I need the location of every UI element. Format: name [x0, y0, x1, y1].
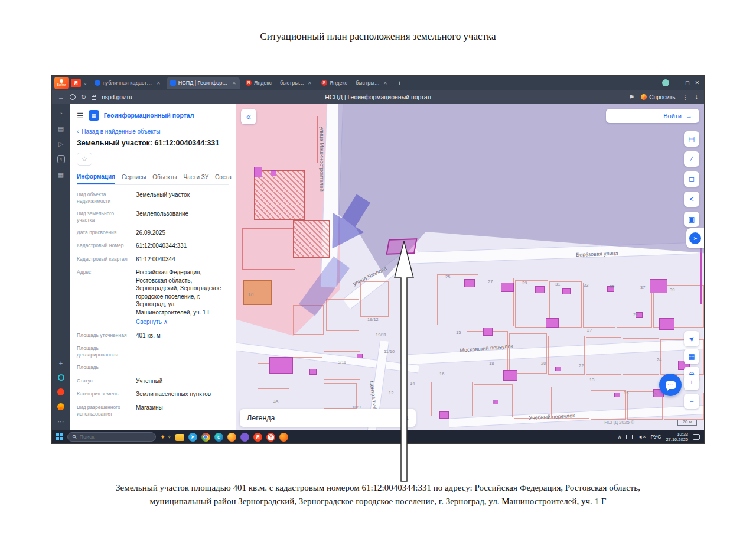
back-to-results-link[interactable]: ‹ Назад в найденные объекты	[77, 128, 229, 135]
yandex-start-icon[interactable]: Y	[266, 433, 275, 442]
field-row: Площадь декларированная-	[77, 342, 229, 361]
menu-kebab-icon[interactable]: ⋮	[682, 93, 689, 101]
new-tab-button[interactable]: +	[393, 79, 406, 87]
taskbar-search[interactable]: ⚲	[67, 432, 156, 442]
panel-tab-1[interactable]: Информация	[77, 171, 115, 184]
browser-tab[interactable]: ЯЯндекс — быстрый поиск✕	[242, 77, 315, 89]
bookmark-icon[interactable]: ⚑	[628, 93, 634, 101]
locate-button[interactable]: ➤	[684, 331, 699, 346]
browser-tab[interactable]: публичная кадастровая✕	[91, 77, 164, 89]
panel-collapse-button[interactable]: «	[241, 109, 256, 124]
lock-icon[interactable]	[92, 96, 96, 100]
share-button[interactable]: <	[684, 192, 699, 207]
yandex-browser-icon[interactable]	[279, 433, 288, 442]
summary-icon[interactable]	[70, 94, 76, 100]
login-label: Войти	[663, 112, 682, 119]
select-area-button[interactable]: ◻	[684, 171, 699, 187]
telegram-icon[interactable]: ➤	[188, 433, 197, 442]
sidebar-add-icon[interactable]: +	[59, 359, 63, 367]
language-indicator[interactable]: РУС	[650, 434, 661, 440]
start-button[interactable]	[56, 433, 63, 440]
tab-close-icon[interactable]: ✕	[157, 80, 161, 86]
browser-tab[interactable]: ЯЯндекс — быстрый поиск✕	[318, 77, 391, 89]
panel-tab-4[interactable]: Части ЗУ	[184, 171, 208, 184]
notification-center-icon[interactable]	[693, 434, 700, 440]
building-footprint	[535, 286, 545, 293]
sidebar-tool-icon[interactable]: 4	[57, 155, 65, 163]
panel-tab-2[interactable]: Сервисы	[122, 171, 146, 184]
building-footprint	[254, 167, 262, 177]
sidebar-tool-icon[interactable]: ▷	[58, 140, 63, 148]
favorite-star-button[interactable]: ☆	[77, 153, 92, 166]
panel-tab-5[interactable]: Соста	[215, 171, 232, 184]
tab-close-icon[interactable]: ✕	[383, 80, 387, 86]
field-value: -	[136, 364, 229, 372]
chat-widget-button[interactable]: •••	[659, 374, 682, 396]
sidebar-tool-icon[interactable]: ◔	[59, 110, 63, 117]
collapse-link[interactable]: Свернуть ∧	[136, 318, 229, 326]
parcel-number-label: 3А	[273, 398, 278, 404]
map-canvas[interactable]: улица Машиностроителейулица ЧкаловаБерёз…	[236, 104, 704, 430]
parcel-number-label: 27	[488, 279, 493, 284]
browser-profile-button[interactable]: Войти	[54, 77, 69, 89]
sidebar-tool-icon[interactable]: ▤	[58, 125, 64, 132]
building-footprint	[271, 170, 276, 176]
chevron-down-icon[interactable]: ⌄	[83, 80, 87, 86]
parcel-number-label: 19/12	[367, 317, 379, 322]
tab-close-icon[interactable]: ✕	[232, 80, 236, 86]
volume-icon[interactable]: ◄×	[637, 434, 646, 440]
tray-expand-icon[interactable]: ∧	[618, 434, 622, 440]
measure-button[interactable]: ∕	[684, 151, 699, 167]
account-avatar[interactable]	[662, 79, 669, 86]
print-button[interactable]: ▣	[684, 212, 699, 227]
sidebar-tool-icon[interactable]: ▦	[58, 171, 64, 179]
back-icon[interactable]: ←	[58, 93, 64, 100]
purple-app-icon[interactable]	[240, 433, 249, 442]
parcel-outline	[548, 336, 585, 375]
sidebar-service-cyan-icon[interactable]	[58, 374, 64, 381]
address-url[interactable]: nspd.gov.ru	[102, 94, 132, 100]
tab-close-icon[interactable]: ✕	[308, 80, 312, 86]
assistant-icon: ➤	[693, 236, 698, 241]
caption-line-1: Земельный участок площадью 401 кв.м. с к…	[18, 481, 738, 495]
layers-button[interactable]: ▤	[684, 131, 699, 147]
assistant-button[interactable]: ➤	[686, 228, 704, 248]
parcel-number-label: 15	[456, 330, 461, 335]
tab-title: Яндекс — быстрый поиск	[254, 80, 305, 86]
taskbar-clock[interactable]: 10:33 27.10.2025	[666, 432, 688, 443]
search-input[interactable]	[80, 434, 151, 440]
map-login-button[interactable]: Войти →	[606, 109, 699, 123]
refresh-icon[interactable]: ↻	[81, 93, 86, 101]
edge-icon[interactable]: e	[214, 433, 223, 442]
portal-title[interactable]: Геоинформационный портал	[104, 112, 194, 119]
parcel-outline	[591, 390, 626, 420]
zoom-in-button[interactable]: +	[684, 375, 699, 390]
firefox-icon[interactable]	[227, 433, 236, 442]
browser-tab[interactable]: НСПД | Геоинформаци✕	[167, 77, 240, 89]
ask-button[interactable]: Спросить	[641, 94, 675, 100]
basemap-button[interactable]: ▦	[684, 349, 699, 364]
sidebar-more-icon[interactable]: ⋯	[58, 418, 64, 426]
sidebar-service-red-icon[interactable]	[57, 388, 64, 395]
sidebar-service-orange-icon[interactable]	[57, 403, 64, 410]
parcel-number-label: 24	[657, 357, 662, 362]
maximize-button[interactable]: ◻	[685, 80, 689, 86]
downloads-icon[interactable]: ↓	[695, 93, 699, 100]
chrome-icon[interactable]	[201, 433, 210, 442]
display-tray-icon[interactable]	[626, 435, 633, 439]
panel-tab-3[interactable]: Объекты	[152, 171, 177, 184]
explorer-icon[interactable]	[175, 434, 184, 441]
minimize-button[interactable]: —	[674, 80, 680, 86]
hamburger-menu-icon[interactable]: ☰	[77, 111, 84, 120]
parcel-number-label: 31	[555, 281, 560, 287]
windows-taskbar: ⚲ ✦ ✧ ➤ e Я Y ∧ ◄× РУС 10:33 27.10.2025	[52, 430, 704, 443]
yandex-home-button[interactable]: Я	[71, 79, 81, 87]
yandex-app-icon[interactable]: Я	[253, 433, 262, 442]
building-footprint	[357, 354, 363, 358]
zoom-out-button[interactable]: −	[684, 394, 699, 409]
tab-favicon	[170, 80, 176, 86]
parcel-number-label: 29	[522, 280, 527, 286]
building-footprint	[503, 370, 517, 381]
close-button[interactable]: ✕	[695, 80, 699, 86]
copilot-sparkle-icon[interactable]: ✦	[160, 433, 165, 441]
